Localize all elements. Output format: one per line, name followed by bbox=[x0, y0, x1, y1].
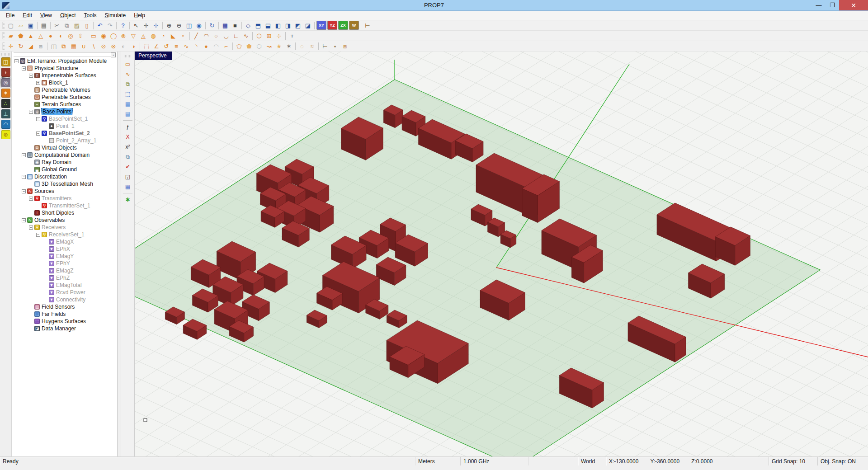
draw-ellipse-icon[interactable]: ⊜ bbox=[119, 31, 128, 40]
domain-box-icon[interactable]: ⬚ bbox=[123, 89, 132, 99]
module-strip-grip[interactable] bbox=[1, 53, 10, 56]
draw-dome-icon[interactable]: ◔ bbox=[159, 31, 168, 40]
draw-circle-curve-icon[interactable]: ○ bbox=[212, 31, 221, 40]
tree-expander[interactable]: − bbox=[22, 66, 26, 70]
paste-icon[interactable]: ▨ bbox=[72, 21, 81, 30]
draw-polyhedron-icon[interactable]: ⬟ bbox=[16, 31, 25, 40]
bounding-box-icon[interactable]: ⧈ bbox=[340, 42, 349, 51]
paste-special-icon[interactable]: ⧉ bbox=[123, 152, 132, 161]
toolbar-grip[interactable] bbox=[2, 22, 5, 29]
tree-item-basepointset-1[interactable]: BasePointSet_1 bbox=[49, 116, 88, 122]
tree-expander[interactable]: + bbox=[36, 81, 40, 85]
tree-item-penetrable-surfaces[interactable]: Penetrable Surfaces bbox=[42, 94, 91, 100]
insert-point-icon[interactable]: ⊹ bbox=[274, 31, 283, 40]
draw-prism-icon[interactable]: ⇧ bbox=[76, 31, 85, 40]
zoom-in-icon[interactable]: ⊕ bbox=[165, 21, 174, 30]
orbit-tool-icon[interactable]: ⊹ bbox=[151, 21, 160, 30]
vertical-toolbar-grip[interactable] bbox=[124, 55, 132, 57]
tree-item-em-terrano-propagation-module[interactable]: EM.Terrano: Propagation Module bbox=[27, 58, 107, 64]
mesh-view-icon[interactable]: ▦ bbox=[123, 99, 132, 108]
data-manager-tool-icon[interactable]: ◲ bbox=[123, 172, 132, 181]
zoom-window-icon[interactable]: ◫ bbox=[184, 21, 193, 30]
split-icon[interactable]: ◐ bbox=[119, 42, 128, 51]
menu-simulate[interactable]: Simulate bbox=[101, 11, 130, 19]
polygon-heal-icon[interactable]: ⬠ bbox=[235, 42, 244, 51]
draw-circle-radius-icon[interactable]: ◉ bbox=[99, 31, 108, 40]
tree-item-ray-domain[interactable]: Ray Domain bbox=[42, 159, 71, 165]
measure-distance-icon[interactable]: ⊢ bbox=[321, 42, 330, 51]
module-tempo-icon[interactable]: ◗ bbox=[1, 68, 10, 77]
tree-expander[interactable]: − bbox=[29, 74, 33, 78]
viewport-3d[interactable]: Perspective bbox=[135, 52, 868, 456]
tree-item-block-1[interactable]: Block_1 bbox=[49, 80, 68, 86]
surface-ripple-icon[interactable]: ≈ bbox=[307, 42, 316, 51]
tree-expander[interactable]: − bbox=[36, 117, 40, 121]
plane-yz-icon[interactable]: YZ bbox=[327, 21, 337, 30]
extrude-cylinder-icon[interactable]: ● bbox=[202, 42, 211, 51]
menu-tools[interactable]: Tools bbox=[80, 11, 101, 19]
draw-sphere-icon[interactable]: ● bbox=[46, 31, 55, 40]
bend-icon[interactable]: ◝ bbox=[192, 42, 201, 51]
new-file-icon[interactable]: ▢ bbox=[6, 21, 15, 30]
step-edge-icon[interactable]: ⌐ bbox=[222, 42, 231, 51]
curve-tool-icon[interactable]: ∿ bbox=[123, 70, 132, 79]
view-isometric-icon[interactable]: ◇ bbox=[244, 21, 253, 30]
intersect-icon[interactable]: ⊗ bbox=[109, 42, 118, 51]
draw-torus-icon[interactable]: ◎ bbox=[66, 31, 75, 40]
tree-item-far-fields[interactable]: Far Fields bbox=[42, 311, 66, 317]
delete-object-icon[interactable]: X bbox=[123, 132, 132, 141]
mirror-icon[interactable]: ◫ bbox=[49, 42, 58, 51]
menu-edit[interactable]: Edit bbox=[19, 11, 36, 19]
tree-item-basepointset-2[interactable]: BasePointSet_2 bbox=[49, 130, 90, 136]
tree-item-terrain-surfaces[interactable]: Terrain Surfaces bbox=[42, 101, 81, 108]
rotate-icon[interactable]: ↻ bbox=[16, 42, 25, 51]
delete-icon[interactable]: ▯ bbox=[82, 21, 91, 30]
tree-item-ephy[interactable]: EPhY bbox=[56, 260, 70, 267]
tree-item-computational-domain[interactable]: Computational Domain bbox=[34, 152, 90, 158]
draw-patch-icon[interactable]: ▫ bbox=[179, 31, 188, 40]
zoom-extents-icon[interactable]: ◉ bbox=[194, 21, 203, 30]
tree-item-receivers[interactable]: Receivers bbox=[42, 224, 66, 230]
exclude-icon[interactable]: ⊘ bbox=[99, 42, 108, 51]
draw-polyline-icon[interactable]: ∟ bbox=[231, 31, 241, 40]
tree-item-data-manager[interactable]: Data Manager bbox=[42, 325, 76, 332]
base-point-marker[interactable] bbox=[144, 418, 147, 422]
rotate-view-icon[interactable]: ↻ bbox=[208, 21, 217, 30]
fx-variables-icon[interactable]: ƒ bbox=[123, 122, 132, 132]
module-picasso-icon[interactable]: ⊥ bbox=[1, 109, 10, 118]
menu-view[interactable]: View bbox=[36, 11, 56, 19]
open-file-icon[interactable]: ▱ bbox=[16, 21, 25, 30]
tree-item-impenetrable-surfaces[interactable]: Impenetrable Surfaces bbox=[42, 72, 96, 79]
module-ferma-icon[interactable]: ◠ bbox=[1, 120, 10, 129]
fit-curve-icon[interactable]: ↝ bbox=[264, 42, 274, 51]
draw-trapezoid-icon[interactable]: ◬ bbox=[139, 31, 148, 40]
panel-splitter[interactable] bbox=[118, 52, 121, 456]
tree-item-virtual-objects[interactable]: Virtual Objects bbox=[42, 145, 77, 151]
tree-item-penetrable-volumes[interactable]: Penetrable Volumes bbox=[42, 87, 90, 93]
tree-expander[interactable]: − bbox=[22, 218, 26, 222]
view-top-icon[interactable]: ⬒ bbox=[254, 21, 263, 30]
measure-tool-icon[interactable]: ⊢ bbox=[363, 21, 372, 30]
module-illumina-icon[interactable]: ✶ bbox=[1, 89, 10, 98]
revolve-icon[interactable]: ◠ bbox=[212, 42, 221, 51]
tree-item-ephz[interactable]: EPhZ bbox=[56, 275, 70, 281]
module-emcube-icon[interactable]: ◫ bbox=[1, 57, 10, 66]
view-front-icon[interactable]: ◩ bbox=[293, 21, 302, 30]
scene-canvas[interactable] bbox=[135, 52, 868, 456]
draw-hexagon-icon[interactable]: ⬡ bbox=[255, 31, 264, 40]
tree-item-rcvd-power[interactable]: Rcvd Power bbox=[56, 289, 85, 296]
draw-triangle-icon[interactable]: ▽ bbox=[129, 31, 138, 40]
redo-icon[interactable]: ↷ bbox=[105, 21, 114, 30]
draw-line-icon[interactable]: ╱ bbox=[192, 31, 201, 40]
plane-xy-icon[interactable]: XY bbox=[316, 21, 326, 30]
node-grid-icon[interactable]: ⊞ bbox=[264, 31, 274, 40]
toggle-background-icon[interactable]: ■ bbox=[231, 21, 240, 30]
stack-icon[interactable]: ≡ bbox=[172, 42, 181, 51]
tree-expander[interactable]: − bbox=[29, 110, 33, 114]
tree-item-receiverset-1[interactable]: ReceiverSet_1 bbox=[49, 231, 85, 238]
module-libera-icon[interactable]: ∴ bbox=[1, 99, 10, 108]
tree-item-ephx[interactable]: EPhX bbox=[56, 246, 70, 252]
pan-tool-icon[interactable]: ✛ bbox=[142, 21, 151, 30]
zoom-out-icon[interactable]: ⊖ bbox=[175, 21, 184, 30]
undo-icon[interactable]: ↶ bbox=[95, 21, 104, 30]
